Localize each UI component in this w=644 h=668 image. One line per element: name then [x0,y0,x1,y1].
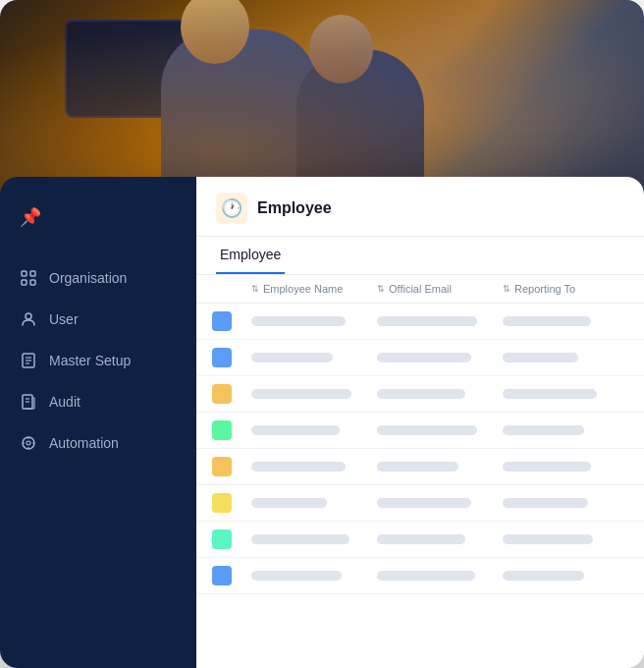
table-row[interactable] [196,340,644,376]
sort-icon-reporting: ⇅ [503,284,510,294]
svg-point-4 [26,313,31,319]
table-header: ⇅ Employee Name ⇅ Official Email ⇅ Repor… [196,275,644,304]
table-row[interactable] [196,522,644,558]
reporting-skeleton [503,353,578,362]
ui-card: 📌 Organisation [0,177,644,668]
reporting-skeleton [503,389,597,399]
automation-icon [20,434,37,452]
table-row[interactable] [196,413,644,449]
row-email-cell [377,534,503,544]
name-skeleton [251,534,349,544]
reporting-skeleton [503,571,584,581]
reporting-skeleton [503,425,584,435]
row-name-cell [251,534,377,544]
sidebar-label-organisation: Organisation [49,270,127,286]
table-row[interactable] [196,558,644,594]
name-skeleton [251,462,346,472]
sidebar-label-automation: Automation [49,435,119,451]
name-skeleton [251,389,351,399]
tab-employee[interactable]: Employee [216,237,285,274]
sidebar-item-audit[interactable]: Audit [0,381,196,422]
sort-icon-name: ⇅ [251,284,259,294]
row-avatar-cell [212,493,251,513]
avatar-dot [212,348,232,367]
table-row[interactable] [196,376,644,413]
email-skeleton [377,462,458,472]
table-body [196,304,644,594]
tab-area: Employee [196,237,644,275]
row-avatar-cell [212,420,251,440]
row-reporting-cell [503,425,628,435]
reporting-skeleton [503,316,591,326]
row-avatar-cell [212,566,251,585]
audit-icon [20,393,37,411]
row-reporting-cell [503,534,628,544]
sidebar-item-user[interactable]: User [0,299,196,340]
svg-rect-2 [22,280,27,285]
name-skeleton [251,316,346,326]
table-row[interactable] [196,304,644,340]
avatar-dot [212,493,232,513]
col-header-reporting: ⇅ Reporting To [503,283,628,295]
email-skeleton [377,498,471,508]
row-avatar-cell [212,384,251,404]
organisation-icon [20,269,37,287]
sidebar-label-master-setup: Master Setup [49,353,131,368]
email-skeleton [377,353,471,362]
avatar-dot [212,420,232,440]
content-header: 🕐 Employee [196,177,644,237]
reporting-skeleton [503,534,593,544]
row-name-cell [251,462,377,472]
row-reporting-cell [503,498,628,508]
main-content: 🕐 Employee Employee ⇅ Employee Name ⇅ [196,177,644,668]
avatar-dot [212,311,232,331]
sidebar-label-audit: Audit [49,394,80,410]
module-icon: 🕐 [216,193,247,224]
svg-point-13 [27,441,30,445]
email-skeleton [377,316,477,326]
row-email-cell [377,316,503,326]
sidebar-label-user: User [49,311,79,327]
row-name-cell [251,571,377,581]
reporting-skeleton [503,498,588,508]
svg-rect-1 [30,271,35,276]
sidebar: 📌 Organisation [0,177,196,668]
table-row[interactable] [196,485,644,522]
row-name-cell [251,425,377,435]
svg-rect-0 [22,271,27,276]
pin-icon: 📌 [0,196,196,257]
row-avatar-cell [212,348,251,367]
row-reporting-cell [503,571,628,581]
email-skeleton [377,534,465,544]
name-skeleton [251,498,327,508]
row-name-cell [251,316,377,326]
row-email-cell [377,462,503,472]
reporting-skeleton [503,462,591,472]
master-setup-icon [20,352,37,369]
table-row[interactable] [196,449,644,485]
email-skeleton [377,571,475,581]
row-reporting-cell [503,389,628,399]
row-reporting-cell [503,462,628,472]
header-title: Employee [257,199,332,217]
row-reporting-cell [503,316,628,326]
row-email-cell [377,571,503,581]
email-skeleton [377,425,477,435]
avatar-dot [212,566,232,585]
row-email-cell [377,389,503,399]
sidebar-item-master-setup[interactable]: Master Setup [0,340,196,381]
sidebar-item-organisation[interactable]: Organisation [0,257,196,299]
name-skeleton [251,425,340,435]
sort-icon-email: ⇅ [377,284,385,294]
avatar-dot [212,384,232,404]
scene: 📌 Organisation [0,0,644,668]
name-skeleton [251,571,342,581]
row-name-cell [251,353,377,362]
row-name-cell [251,498,377,508]
email-skeleton [377,389,465,399]
avatar-dot [212,457,232,476]
col-header-name: ⇅ Employee Name [251,283,377,295]
sidebar-item-automation[interactable]: Automation [0,422,196,464]
avatar-dot [212,529,232,549]
row-avatar-cell [212,529,251,549]
